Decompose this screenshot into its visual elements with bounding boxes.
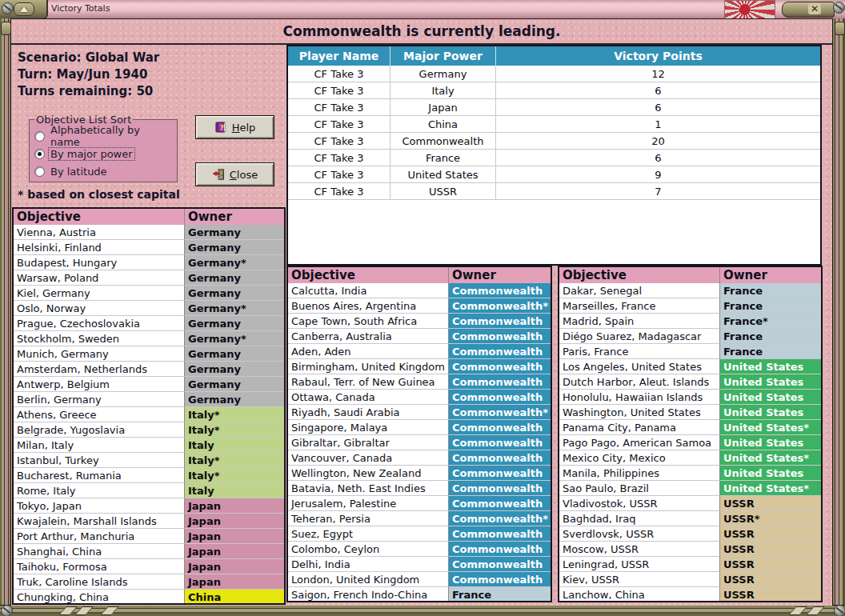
table-row: Buenos Aires, ArgentinaCommonwealth* <box>288 298 551 314</box>
help-button[interactable]: ? Help <box>195 115 274 139</box>
table-row: Berlin, GermanyGermany <box>14 392 284 407</box>
objective-cell: Prague, Czechoslovakia <box>14 316 185 331</box>
table-row: CF Take 3Germany12 <box>288 66 820 82</box>
owner-cell: Germany* <box>185 255 284 270</box>
close-window-button[interactable]: ✕ <box>782 2 835 18</box>
system-menu-button[interactable] <box>14 2 34 16</box>
table-row: Baghdad, IraqUSSR* <box>559 511 821 526</box>
objective-cell: Chungking, China <box>14 590 185 605</box>
radio-alphabetically-by-name[interactable]: Alphabetically by name <box>34 127 172 145</box>
radio-by-latitude[interactable]: By latitude <box>34 162 172 180</box>
table-row: CF Take 3Italy6 <box>288 82 820 99</box>
table-row: Helsinki, FinlandGermany <box>14 240 284 255</box>
objective-cell: Lanchow, China <box>559 587 720 602</box>
table-cell: 12 <box>496 66 820 82</box>
objective-cell: Saigon, French Indo-China <box>288 587 449 602</box>
table-cell: Japan <box>390 99 496 116</box>
table-row: Panama City, PanamaUnited States* <box>559 420 821 435</box>
table-row: Colombo, CeylonCommonwealth <box>288 542 551 557</box>
svg-text:?: ? <box>219 124 223 132</box>
owner-cell: Commonwealth <box>449 450 551 466</box>
table-row: Marseilles, FranceFrance <box>559 298 821 314</box>
objective-cell: Vienna, Austria <box>14 225 185 240</box>
table-row: Stockholm, SwedenGermany* <box>14 331 284 346</box>
objective-cell: Athens, Greece <box>14 407 185 422</box>
radio-icon[interactable] <box>34 149 45 159</box>
objective-cell: Panama City, Panama <box>559 420 720 435</box>
close-button[interactable]: Close <box>195 162 274 186</box>
objective-cell: Baghdad, Iraq <box>559 511 720 526</box>
owner-cell: Japan <box>185 498 284 514</box>
owner-cell: France <box>720 283 821 298</box>
objective-cell: Rome, Italy <box>14 483 185 498</box>
capital-footnote: * based on closest capital <box>18 188 180 201</box>
table-row: Kiev, USSRUSSR <box>559 572 821 587</box>
owner-cell: United States <box>720 374 821 390</box>
objective-cell: Helsinki, Finland <box>14 240 185 255</box>
objective-cell: Canberra, Australia <box>288 329 449 344</box>
objective-cell: Tokyo, Japan <box>14 498 185 514</box>
table-row: CF Take 3China1 <box>288 116 820 133</box>
owner-cell: USSR <box>720 587 821 602</box>
objective-cell: Manila, Philippines <box>559 466 720 481</box>
owner-cell: Commonwealth <box>449 435 551 450</box>
owner-cell: Germany <box>185 346 284 362</box>
objective-cell: Vladivostok, USSR <box>559 496 720 511</box>
objective-cell: Stockholm, Sweden <box>14 331 185 346</box>
owner-cell: Germany <box>185 362 284 377</box>
owner-cell: Germany <box>185 225 284 240</box>
table-row: Port Arthur, ManchuriaJapan <box>14 529 284 544</box>
table-row: Milan, ItalyItaly <box>14 438 284 453</box>
objective-cell: Kwajalein, Marshall Islands <box>14 514 185 529</box>
table-cell: 1 <box>496 116 820 133</box>
table-row: Suez, EgyptCommonwealth <box>288 526 551 542</box>
table-row: Antwerp, BelgiumGermany <box>14 377 284 392</box>
table-cell: 6 <box>496 82 820 99</box>
objective-table-axis: Objective Owner Vienna, AustriaGermanyHe… <box>12 207 286 605</box>
rail-knob-decoration <box>835 22 845 35</box>
slash-decoration <box>100 606 119 615</box>
objective-cell: Rabaul, Terr. of New Guinea <box>288 374 449 390</box>
objective-table-header: Objective Owner <box>288 267 551 283</box>
owner-cell: Commonwealth <box>449 481 551 496</box>
table-row: Bucharest, RumaniaItaly* <box>14 468 284 483</box>
table-row: Oslo, NorwayGermany* <box>14 301 284 316</box>
owner-cell: Japan <box>185 544 284 559</box>
radio-icon[interactable] <box>34 166 45 177</box>
objective-table-allies: Objective Owner Dakar, SenegalFranceMars… <box>558 266 823 602</box>
objective-cell: Batavia, Neth. East Indies <box>288 481 449 496</box>
column-header: Major Power <box>390 46 496 66</box>
owner-cell: United States <box>720 390 821 405</box>
owner-cell: France <box>720 344 821 359</box>
owner-cell: Commonwealth* <box>449 511 551 526</box>
table-cell: CF Take 3 <box>288 183 390 200</box>
radio-icon[interactable] <box>34 131 45 142</box>
turns-remaining-label: Turns remaining: 50 <box>18 83 159 100</box>
owner-cell: Commonwealth <box>449 572 551 587</box>
owner-cell: Italy* <box>185 407 284 422</box>
table-cell: China <box>390 116 496 133</box>
objective-cell: Mexico City, Mexico <box>559 450 720 466</box>
owner-cell: United States <box>720 466 821 481</box>
table-row: Istanbul, TurkeyItaly* <box>14 453 284 468</box>
owner-cell: USSR <box>720 526 821 542</box>
owner-cell: France <box>720 329 821 344</box>
owner-cell: Germany <box>185 286 284 301</box>
objective-cell: Singapore, Malaya <box>288 420 449 435</box>
objective-cell: Suez, Egypt <box>288 526 449 542</box>
objective-cell: Delhi, India <box>288 557 449 572</box>
owner-cell: Commonwealth <box>449 314 551 329</box>
objective-cell: Riyadh, Saudi Arabia <box>288 405 449 420</box>
table-cell: 20 <box>496 133 820 150</box>
owner-cell: Germany <box>185 377 284 392</box>
owner-cell: Commonwealth <box>449 283 551 298</box>
owner-cell: Commonwealth <box>449 359 551 374</box>
objective-cell: Vancouver, Canada <box>288 450 449 466</box>
frame-right-rail <box>832 18 845 605</box>
table-row: Truk, Caroline IslandsJapan <box>14 574 284 590</box>
owner-cell: Italy <box>185 438 284 453</box>
table-row: Los Angeles, United StatesUnited States <box>559 359 821 374</box>
table-cell: Germany <box>390 66 496 82</box>
column-header: Objective <box>14 209 185 225</box>
scenario-info: Scenario: Global War Turn: May/Jun 1940 … <box>18 50 159 100</box>
